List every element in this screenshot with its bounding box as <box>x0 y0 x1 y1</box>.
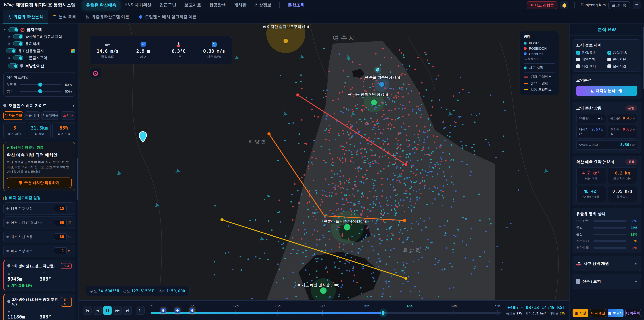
map-legend: 범례 KOSPS POSEIDON OpenDrift (앙상블 모드) 사고 … <box>520 31 559 95</box>
layer-row-drone-ban[interactable]: ▶ 드론금지구역 <box>3 54 75 61</box>
ship-spec-card[interactable]: 사고 선박 제원 ▶ <box>572 256 641 271</box>
nav-reports[interactable]: 보고자료 <box>181 1 204 10</box>
boom-guide-header[interactable]: 오일펜스 배치 가이드 ▼ <box>3 103 75 109</box>
chevron-down-icon[interactable]: ▼ <box>72 104 75 107</box>
current-orthogonal-input[interactable]: 15 <box>54 205 67 212</box>
pause-icon <box>106 309 109 312</box>
boom-event-marker-2[interactable] <box>176 308 180 313</box>
report-button[interactable]: ▤보고서 <box>608 309 624 317</box>
tanker-ban-toggle[interactable] <box>6 48 16 53</box>
defense-line-card-1[interactable]: 1차 방어선 (고강도 차단형) 긴급 길이8043m 각도303° 차단 효율… <box>3 260 75 291</box>
defense-line-card-2[interactable]: 2차 방어선 (외해용 중형 포위망) 중요 길이11180m 각도303° 차… <box>3 294 75 320</box>
checkbox-sensitive[interactable]: 민감자원 <box>608 57 637 62</box>
opacity-slider[interactable] <box>20 84 61 85</box>
chevron-right-icon[interactable]: ▶ <box>8 35 11 38</box>
nav-hns[interactable]: HNS·대기확산 <box>121 1 155 10</box>
min-efficiency-input[interactable]: 80 <box>54 233 67 240</box>
boom-blocked-bar: 펜스차단5% <box>576 239 637 243</box>
wave-coefficient-input[interactable]: 1 <box>54 247 67 254</box>
nav-weather[interactable]: 기상정보 <box>251 1 275 10</box>
polygon-analysis-button[interactable]: ◣ 다각형 분석수행 <box>576 86 637 96</box>
nll-toggle[interactable] <box>8 64 18 69</box>
layer-row-sox-area[interactable]: ▶ 황산화물배출규제지역 <box>3 33 75 40</box>
left-sidebar: ▼ 금지구역 ▶ 황산화물배출규제지역 ▶ 유처리제 유조선통행금지 ▶ 드론금… <box>0 24 79 320</box>
checkbox-icon: ✓ <box>608 51 611 55</box>
owner-insurance-card[interactable]: 선주 / 보험 ▶ <box>572 274 641 289</box>
timeline-track[interactable] <box>150 312 500 314</box>
current-time-label: +48h – 03/13 14:49 KST <box>506 305 565 310</box>
dispersant-toggle[interactable] <box>13 41 23 46</box>
urgency-badge: 긴급 <box>61 263 72 269</box>
tab-analysis-list[interactable]: 분석 목록 <box>48 11 81 23</box>
safety-margin-input[interactable]: 60 <box>54 219 67 226</box>
recalculate-button[interactable]: ↻재계산 <box>590 309 606 317</box>
boom-event-marker-1[interactable] <box>161 308 165 313</box>
floppy-icon: ▣ <box>575 311 578 315</box>
checkbox-wind[interactable]: ✓풍향/풍속 <box>608 50 637 55</box>
pollution-status-card: 오염 종합 상황위험 유출량–kl 풍화량0.43kl 해상잔존9.57kl 연… <box>572 102 641 153</box>
prohibited-icon <box>20 28 24 32</box>
app-logo: Wing 해양환경 위기대응 통합시스템 <box>3 2 76 8</box>
skip-end-button[interactable]: ▶| <box>123 306 132 315</box>
tab-boom-algorithm-theory[interactable]: 오일펜스 배치 알고리즘 이론 <box>134 11 201 23</box>
sidebar-scrollbar[interactable] <box>77 158 78 200</box>
restricted-zone-toggle[interactable] <box>8 27 18 32</box>
ai-auto-recommend-button[interactable]: AI 자동 추천 <box>3 111 23 120</box>
pollution-analysis-card: 오염분석 ◣ 다각형 분석수행 <box>572 75 641 99</box>
checkbox-current[interactable]: ✓유향/유속 <box>576 50 606 55</box>
pause-button[interactable] <box>103 306 112 315</box>
nav-oil-spill-forecast[interactable]: 유출유 확산예측 <box>82 1 120 10</box>
app-root: Wing 해양환경 위기대응 통합시스템 유출유 확산예측 HNS·대기확산 긴… <box>0 0 644 320</box>
apply-recommended-plan-button[interactable]: 추천 배치안 적용하기 <box>7 178 72 188</box>
save-button[interactable]: ▣저장 <box>572 309 588 317</box>
checkbox-icon <box>576 64 580 68</box>
skip-start-button[interactable]: |◀ <box>83 306 92 315</box>
backtrace-button[interactable]: 역추적 <box>625 309 641 317</box>
nav-rescue[interactable]: 긴급구난 <box>156 1 180 10</box>
incident-dot-icon <box>531 4 533 6</box>
menu-button[interactable]: ≡ <box>632 1 641 9</box>
sea-remaining: 해상잔존9.57kl <box>576 125 606 139</box>
area-stat: 면적 5.3 km² <box>525 311 546 316</box>
timeline-track-zone[interactable]: 0h 6h 12h 18h 24h 36h 48h 60h 72h <box>150 301 500 320</box>
checkbox-datetime[interactable]: 날짜시간 <box>608 64 637 69</box>
page-scrollbar[interactable] <box>643 27 644 89</box>
tab-spill-analysis[interactable]: 유출유 확산분석 <box>3 11 48 23</box>
step-back-button[interactable]: ◀ <box>93 306 102 315</box>
layer-row-nll[interactable]: 북방한계선 <box>3 62 75 70</box>
tick-12h: 12h <box>232 304 239 308</box>
brightness-slider[interactable] <box>20 91 61 92</box>
poi-icon <box>263 26 266 28</box>
notifications-button[interactable] <box>560 1 568 9</box>
tab-diffusion-model-theory[interactable]: 유출유확산모델 이론 <box>81 11 134 23</box>
timeline-bar: |◀ ◀ ▶▶ ▶| 1× 0h 6h 12h 18h 24h 36h 48h … <box>79 300 569 320</box>
layer-row-tanker-ban[interactable]: 유조선통행금지 <box>3 47 75 54</box>
sox-area-toggle[interactable] <box>13 34 23 39</box>
timeline-playhead[interactable] <box>381 310 385 315</box>
layer-style-swatch-icon[interactable] <box>71 49 75 53</box>
refresh-icon: ↻ <box>591 311 594 315</box>
nav-integrated-search[interactable]: 통합조회 <box>284 1 308 10</box>
checkbox-time[interactable]: 시간 표시 <box>576 64 606 69</box>
checkbox-shoreline[interactable]: 해안부착 <box>576 57 606 62</box>
normal-boom-line-icon <box>524 89 528 90</box>
dispersion-bar: 분산12% <box>576 232 637 237</box>
nav-air-search[interactable]: 항공탐색 <box>206 1 229 10</box>
nav-board[interactable]: 게시판 <box>230 1 250 10</box>
manual-placement-button[interactable]: 수동 배치 <box>24 111 40 120</box>
reset-button[interactable]: 초기화 <box>61 111 75 120</box>
chevron-right-icon: ▶ <box>634 280 637 283</box>
logout-button[interactable]: 로그아웃 <box>608 1 630 9</box>
layer-row-restricted-zone[interactable]: ▼ 금지구역 <box>3 26 75 33</box>
map-canvas[interactable]: 여수시화양면돌산읍여자만 습지보호구역 (6h)종포 해수욕장 (1h)국동 전… <box>79 24 569 300</box>
boom-event-marker-3[interactable] <box>190 308 194 313</box>
playback-speed-button[interactable]: 1× <box>136 306 144 315</box>
chevron-right-icon[interactable]: ▶ <box>8 56 11 59</box>
fast-forward-button[interactable]: ▶▶ <box>113 306 122 315</box>
locate-incident-button[interactable] <box>90 68 101 79</box>
drone-ban-toggle[interactable] <box>13 55 23 60</box>
layer-row-dispersant[interactable]: ▶ 유처리제 <box>3 40 75 47</box>
simulation-button[interactable]: 시뮬레이션 <box>42 111 59 120</box>
chevron-down-icon[interactable]: ▼ <box>3 28 6 31</box>
chevron-right-icon[interactable]: ▶ <box>8 42 11 45</box>
